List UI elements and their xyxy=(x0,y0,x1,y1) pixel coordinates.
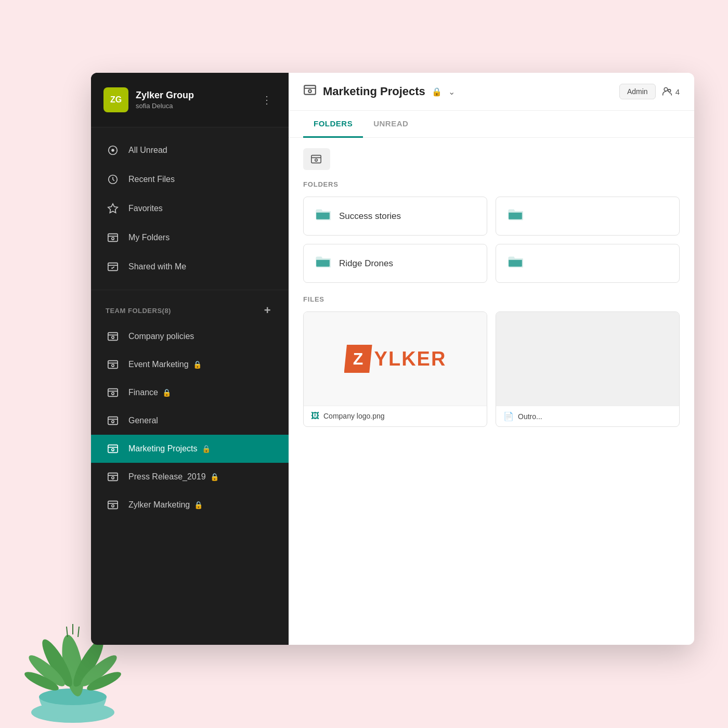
svg-point-35 xyxy=(664,88,668,92)
team-folder-company-policies-label: Company policies xyxy=(128,332,194,341)
svg-point-22 xyxy=(112,365,114,367)
file-name-row: 📄 Outro... xyxy=(496,406,679,426)
team-folder-zylker-marketing-label: Zylker Marketing xyxy=(128,500,190,510)
file-company-logo-label: Company logo.png xyxy=(323,412,385,420)
star-icon xyxy=(106,201,120,216)
team-folder-icon xyxy=(106,385,120,400)
team-folder-icon xyxy=(106,498,120,512)
more-options-icon[interactable]: ⋮ xyxy=(257,92,276,108)
lock-icon: 🔒 xyxy=(210,473,219,481)
sidebar-header: ZG Zylker Group sofia Deluca ⋮ xyxy=(91,73,289,127)
team-folder-event-marketing[interactable]: Event Marketing 🔒 xyxy=(91,350,289,379)
sidebar: ZG Zylker Group sofia Deluca ⋮ All Unrea… xyxy=(91,73,289,645)
svg-point-34 xyxy=(308,89,311,92)
folders-grid: Success stories xyxy=(303,197,680,283)
svg-line-11 xyxy=(78,627,79,637)
svg-point-30 xyxy=(112,477,114,479)
svg-point-13 xyxy=(111,149,114,152)
image-file-icon: 🖼 xyxy=(311,411,319,421)
team-folder-press-release[interactable]: Press Release_2019 🔒 xyxy=(91,463,289,491)
svg-point-28 xyxy=(112,449,114,451)
lock-icon: 🔒 xyxy=(193,360,202,369)
tabs: FOLDERS UNREAD xyxy=(289,111,694,138)
tab-unread[interactable]: UNREAD xyxy=(363,111,419,138)
svg-point-38 xyxy=(315,159,318,162)
favorites-label: Favorites xyxy=(128,204,163,213)
folder-card-icon xyxy=(315,255,331,272)
sidebar-item-my-folders[interactable]: My Folders xyxy=(91,223,289,252)
recent-files-label: Recent Files xyxy=(128,175,175,184)
main-header: Marketing Projects 🔒 ⌄ Admin 4 xyxy=(289,73,694,111)
folder-card-extra-2[interactable] xyxy=(496,244,680,283)
folder-card-icon xyxy=(508,207,523,225)
sidebar-item-favorites[interactable]: Favorites xyxy=(91,194,289,223)
shared-with-me-label: Shared with Me xyxy=(128,262,186,271)
files-section-label: FILES xyxy=(303,295,680,303)
my-folders-icon xyxy=(106,230,120,245)
team-folder-icon xyxy=(106,470,120,484)
folder-card-ridge-drones[interactable]: Ridge Drones xyxy=(303,244,487,283)
file-preview xyxy=(496,312,679,406)
org-name: Zylker Group xyxy=(136,90,257,101)
team-folder-icon xyxy=(106,413,120,428)
svg-point-17 xyxy=(112,238,114,240)
team-folder-press-release-label: Press Release_2019 xyxy=(128,472,206,482)
org-user: sofia Deluca xyxy=(136,102,257,110)
team-folder-finance[interactable]: Finance 🔒 xyxy=(91,379,289,407)
team-folder-marketing-projects-label: Marketing Projects xyxy=(128,444,198,453)
svg-point-32 xyxy=(112,505,114,508)
add-team-folder-button[interactable]: + xyxy=(261,303,274,318)
team-folders-header: TEAM FOLDERS(8) + xyxy=(91,294,289,322)
svg-rect-18 xyxy=(108,263,118,271)
folder-card-success-stories[interactable]: Success stories xyxy=(303,197,487,236)
unread-icon xyxy=(106,143,120,158)
svg-point-24 xyxy=(112,393,114,395)
svg-point-36 xyxy=(668,89,670,92)
file-preview: Z YLKER xyxy=(304,312,487,406)
team-folder-finance-label: Finance xyxy=(128,388,158,397)
svg-point-20 xyxy=(112,336,114,339)
team-folders-section: TEAM FOLDERS(8) + Company policies xyxy=(91,290,289,645)
folder-card-icon xyxy=(508,255,523,272)
folder-card-extra-1[interactable] xyxy=(496,197,680,236)
sidebar-item-shared-with-me[interactable]: Shared with Me xyxy=(91,252,289,281)
org-info: Zylker Group sofia Deluca xyxy=(136,90,257,110)
files-grid: Z YLKER 🖼 Company logo.png 📄 Outro... xyxy=(303,311,680,427)
avatar: ZG xyxy=(103,87,128,112)
admin-role-badge[interactable]: Admin xyxy=(619,84,656,99)
sidebar-item-recent-files[interactable]: Recent Files xyxy=(91,165,289,194)
app-container: ZG Zylker Group sofia Deluca ⋮ All Unrea… xyxy=(91,73,694,645)
my-folders-label: My Folders xyxy=(128,233,170,242)
file-card-outro[interactable]: 📄 Outro... xyxy=(496,311,680,427)
team-folder-event-marketing-label: Event Marketing xyxy=(128,360,189,369)
lock-icon: 🔒 xyxy=(202,445,211,453)
main-content: Marketing Projects 🔒 ⌄ Admin 4 FOLDERS U… xyxy=(289,73,694,645)
all-unread-label: All Unread xyxy=(128,146,167,155)
folder-card-ridge-drones-label: Ridge Drones xyxy=(339,258,393,269)
team-folder-icon xyxy=(106,357,120,372)
team-folders-label: TEAM FOLDERS(8) xyxy=(106,307,171,315)
file-card-company-logo[interactable]: Z YLKER 🖼 Company logo.png xyxy=(303,311,487,427)
doc-file-icon: 📄 xyxy=(503,411,514,421)
team-folder-company-policies[interactable]: Company policies xyxy=(91,322,289,350)
lock-icon: 🔒 xyxy=(162,388,171,397)
members-badge[interactable]: 4 xyxy=(662,86,680,97)
members-count: 4 xyxy=(675,87,680,96)
team-folder-marketing-projects[interactable]: Marketing Projects 🔒 xyxy=(91,435,289,463)
team-indicator xyxy=(303,148,330,170)
folder-card-success-stories-label: Success stories xyxy=(339,211,401,222)
tab-folders[interactable]: FOLDERS xyxy=(303,111,363,138)
svg-marker-15 xyxy=(108,204,118,213)
team-folder-zylker-marketing[interactable]: Zylker Marketing 🔒 xyxy=(91,491,289,519)
team-folder-icon xyxy=(106,441,120,456)
folders-section-label: FOLDERS xyxy=(303,180,680,188)
nav-section: All Unread Recent Files Favorites xyxy=(91,127,289,290)
team-folder-general[interactable]: General xyxy=(91,407,289,435)
file-name-row: 🖼 Company logo.png xyxy=(304,406,487,426)
content-area: FOLDERS Success stories xyxy=(289,138,694,645)
sidebar-item-all-unread[interactable]: All Unread xyxy=(91,136,289,165)
zylker-logo: Z YLKER xyxy=(344,345,447,373)
header-chevron-icon[interactable]: ⌄ xyxy=(448,87,455,97)
folder-card-icon xyxy=(315,207,331,225)
header-lock-icon: 🔒 xyxy=(432,87,442,97)
